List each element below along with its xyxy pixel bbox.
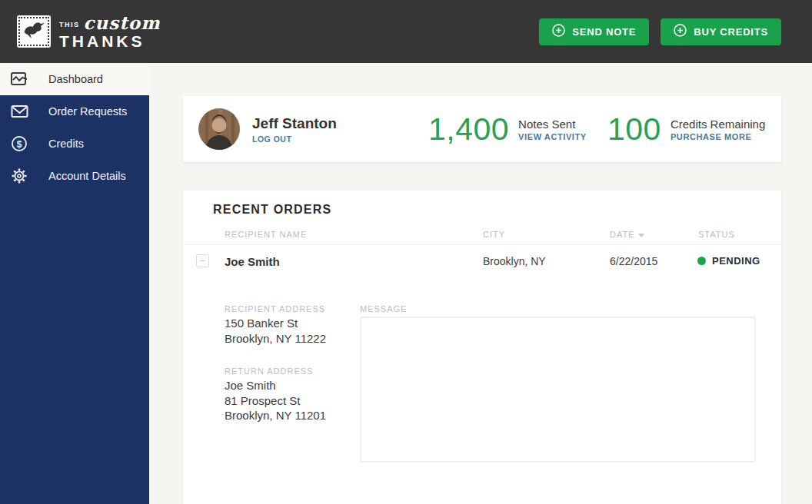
credits-remaining-value: 100 (607, 111, 661, 148)
gear-icon (10, 167, 28, 185)
plus-circle-icon (552, 24, 565, 39)
sidebar-item-account-details[interactable]: Account Details (0, 160, 149, 192)
recipient-name-cell: Joe Smith (225, 255, 280, 268)
user-summary-card: Jeff Stanton LOG OUT 1,400 Notes Sent VI… (183, 96, 781, 162)
order-table-row[interactable]: Joe Smith Brooklyn, NY 6/22/2015 PENDING (183, 244, 781, 277)
status-pending-dot (697, 257, 706, 265)
recipient-address-value: 150 Banker St Brooklyn, NY 11222 (225, 316, 326, 346)
return-address-label: RETURN ADDRESS (225, 366, 313, 376)
sidebar-item-label: Dashboard (48, 73, 103, 85)
status-cell: PENDING (697, 255, 760, 267)
column-header-city: CITY (483, 230, 505, 239)
recent-orders-card: RECENT ORDERS RECIPIENT NAME CITY DATE S… (183, 191, 781, 504)
column-header-date[interactable]: DATE (610, 230, 644, 239)
plus-circle-icon (674, 24, 687, 39)
hummingbird-icon (22, 19, 45, 44)
sidebar-item-credits[interactable]: $ Credits (0, 128, 149, 160)
logo-word-thanks: THANKS (59, 33, 161, 49)
credits-remaining-label: Credits Remaining (671, 118, 765, 131)
dashboard-chart-icon (10, 70, 28, 88)
logo-word-custom: custom (84, 14, 161, 32)
svg-text:$: $ (17, 139, 22, 150)
recent-orders-title: RECENT ORDERS (213, 203, 331, 217)
status-badge: PENDING (712, 255, 760, 267)
date-cell: 6/22/2015 (610, 255, 657, 267)
recipient-address-label: RECIPIENT ADDRESS (225, 304, 325, 313)
return-address-value: Joe Smith 81 Prospect St Brooklyn, NY 11… (225, 378, 326, 423)
app-logo: THIS custom THANKS (17, 14, 161, 49)
logo-word-this: THIS (59, 22, 80, 28)
column-header-status: STATUS (698, 230, 735, 239)
return-address-line: 81 Prospect St (225, 393, 326, 409)
sidebar-item-label: Account Details (48, 170, 126, 182)
row-checkbox[interactable] (196, 254, 209, 267)
recipient-address-line: Brooklyn, NY 11222 (225, 331, 326, 346)
dollar-circle-icon: $ (10, 134, 28, 153)
stamp-logo (17, 15, 51, 48)
sidebar-item-dashboard[interactable]: Dashboard (0, 63, 149, 95)
column-header-recipient-name: RECIPIENT NAME (225, 230, 307, 239)
buy-credits-button[interactable]: BUY CREDITS (661, 18, 781, 45)
logo-text: THIS custom THANKS (59, 14, 161, 49)
sidebar-item-order-requests[interactable]: Order Requests (0, 95, 149, 128)
sidebar-nav: Dashboard Order Requests $ Credits (0, 63, 149, 504)
send-note-label: SEND NOTE (572, 26, 636, 38)
purchase-more-link[interactable]: PURCHASE MORE (671, 132, 765, 141)
credits-remaining-stat: 100 Credits Remaining PURCHASE MORE (607, 111, 765, 148)
view-activity-link[interactable]: VIEW ACTIVITY (518, 132, 587, 141)
notes-sent-label: Notes Sent (518, 118, 587, 131)
recipient-address-line: 150 Banker St (225, 316, 326, 331)
city-cell: Brooklyn, NY (483, 255, 546, 267)
message-label: MESSAGE (360, 304, 407, 313)
sidebar-item-label: Order Requests (48, 105, 127, 118)
top-bar: THIS custom THANKS SEND NOTE BUY CREDITS (0, 0, 812, 63)
sort-caret-down-icon (638, 234, 644, 237)
return-address-line: Joe Smith (225, 378, 326, 393)
user-identity: Jeff Stanton LOG OUT (252, 115, 337, 144)
notes-sent-stat: 1,400 Notes Sent VIEW ACTIVITY (428, 111, 587, 148)
message-textarea[interactable] (360, 317, 756, 463)
avatar (198, 108, 240, 150)
buy-credits-label: BUY CREDITS (694, 26, 768, 38)
topbar-actions: SEND NOTE BUY CREDITS (539, 18, 781, 45)
envelope-icon (10, 102, 28, 121)
send-note-button[interactable]: SEND NOTE (539, 18, 649, 45)
sidebar-item-label: Credits (48, 138, 84, 150)
return-address-line: Brooklyn, NY 11201 (225, 408, 326, 423)
log-out-link[interactable]: LOG OUT (252, 134, 337, 144)
notes-sent-value: 1,400 (428, 111, 509, 148)
main-content: Jeff Stanton LOG OUT 1,400 Notes Sent VI… (149, 63, 812, 504)
user-name: Jeff Stanton (252, 115, 337, 132)
